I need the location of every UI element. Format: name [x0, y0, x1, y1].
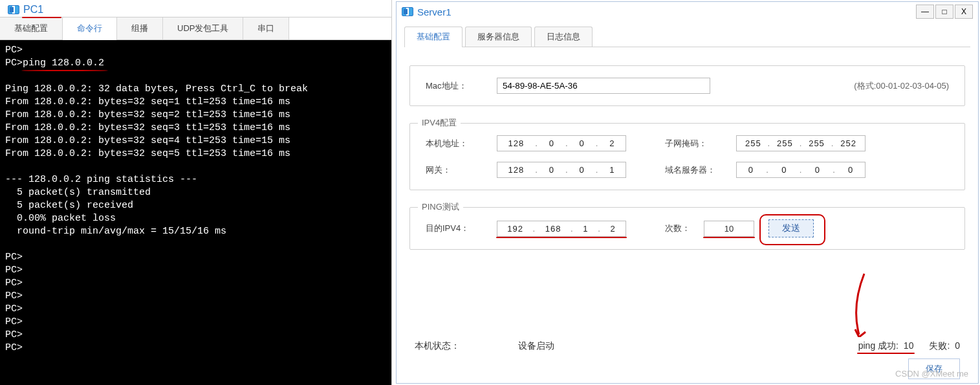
window-controls: — □ X — [916, 5, 973, 19]
ensp-icon — [402, 7, 413, 16]
tab-udp-tool[interactable]: UDP发包工具 — [163, 17, 243, 39]
minimize-button[interactable]: — — [916, 5, 934, 19]
tab-basic-config[interactable]: 基础配置 — [404, 27, 463, 47]
dns-label: 域名服务器： — [665, 164, 736, 176]
server1-titlebar: Server1 — □ X — [397, 2, 978, 21]
mac-panel: Mac地址： (格式:00-01-02-03-04-05) — [409, 65, 965, 106]
pc1-titlebar: PC1 — [0, 0, 391, 17]
save-button[interactable]: 保存 — [908, 358, 960, 379]
gateway-input[interactable]: 128. 0. 0. 1 — [497, 162, 626, 178]
tab-divider — [404, 47, 970, 47]
ping-panel: PING测试 目的IPV4： 192. 168. 1. 2 次数： 10 发送 — [409, 207, 965, 250]
ensp-icon — [8, 5, 19, 14]
send-button[interactable]: 发送 — [768, 219, 814, 237]
close-button[interactable]: X — [955, 5, 973, 19]
mac-hint: (格式:00-01-02-03-04-05) — [854, 80, 949, 92]
mac-input[interactable] — [497, 78, 710, 94]
tab-serial[interactable]: 串口 — [243, 17, 289, 39]
server1-window: Server1 — □ X 基础配置 服务器信息 日志信息 Mac地址： (格式… — [396, 1, 979, 384]
count-input[interactable]: 10 — [704, 221, 754, 237]
tab-basic-config[interactable]: 基础配置 — [0, 17, 63, 39]
server1-tabbar: 基础配置 服务器信息 日志信息 — [404, 27, 970, 47]
ping-fail: 失败: 0 — [929, 340, 960, 352]
local-ip-label: 本机地址： — [426, 138, 497, 149]
dest-ip-label: 目的IPV4： — [426, 223, 497, 234]
tab-log-info[interactable]: 日志信息 — [534, 27, 593, 47]
mask-input[interactable]: 255. 255. 255. 252 — [736, 135, 866, 151]
annotation-arrow — [851, 272, 877, 337]
host-status-label: 本机状态： — [415, 340, 460, 352]
dns-input[interactable]: 0. 0. 0. 0 — [736, 162, 866, 178]
local-ip-input[interactable]: 128. 0. 0. 2 — [497, 135, 626, 151]
maximize-button[interactable]: □ — [935, 5, 953, 19]
terminal-output[interactable]: PC> PC>ping 128.0.0.2 Ping 128.0.0.2: 32… — [0, 40, 391, 385]
tab-multicast[interactable]: 组播 — [117, 17, 163, 39]
tab-cmdline[interactable]: 命令行 — [63, 17, 117, 39]
ipv4-panel: IPV4配置 本机地址： 128. 0. 0. 2 子网掩码： 255. 255… — [409, 123, 965, 190]
device-status: 设备启动 — [518, 340, 554, 352]
mac-label: Mac地址： — [426, 80, 497, 92]
pc1-window: PC1 基础配置 命令行 组播 UDP发包工具 串口 PC> PC>ping 1… — [0, 0, 392, 385]
status-bar: 本机状态： 设备启动 ping 成功: 10 失败: 0 — [397, 334, 978, 358]
pc1-tabbar: 基础配置 命令行 组播 UDP发包工具 串口 — [0, 17, 391, 40]
ipv4-legend: IPV4配置 — [418, 117, 461, 129]
ping-legend: PING测试 — [418, 201, 463, 213]
mask-label: 子网掩码： — [665, 138, 736, 149]
ping-ok: ping 成功: 10 — [858, 340, 914, 352]
dest-ip-input[interactable]: 192. 168. 1. 2 — [497, 221, 626, 237]
gateway-label: 网关： — [426, 164, 497, 176]
count-label: 次数： — [665, 223, 704, 234]
tab-server-info[interactable]: 服务器信息 — [465, 27, 532, 47]
server1-title-text: Server1 — [417, 6, 452, 17]
pc1-title-text: PC1 — [23, 4, 43, 16]
